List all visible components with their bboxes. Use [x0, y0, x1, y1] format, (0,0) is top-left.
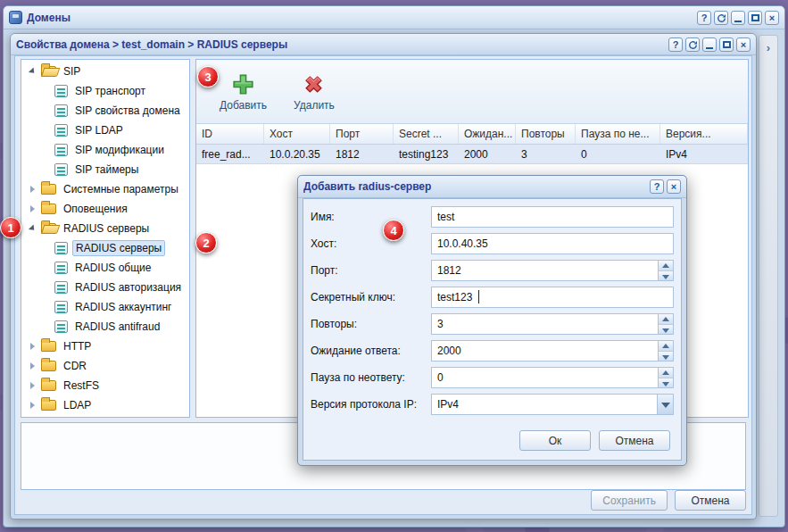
domain-properties-titlebar[interactable]: Свойства домена > test_domain > RADIUS с…	[11, 34, 756, 55]
tree-item-label: RADIUS авторизация	[72, 280, 184, 295]
tree-item[interactable]: RADIUS общие	[21, 258, 189, 278]
expander-icon[interactable]	[27, 337, 40, 356]
column-header[interactable]: Повторы	[516, 124, 576, 144]
annotation-2: 2	[195, 232, 217, 254]
maximize-icon[interactable]	[719, 37, 734, 52]
response-timeout-input[interactable]	[431, 340, 674, 362]
column-header[interactable]: Пауза по не...	[576, 124, 660, 144]
dialog-cancel-button[interactable]: Отмена	[599, 430, 670, 451]
expand-panel-icon[interactable]: ›	[762, 41, 775, 55]
tree-item-radius-folder[interactable]: RADIUS серверы	[21, 219, 189, 238]
tree-item[interactable]: RADIUS antifraud	[21, 317, 189, 337]
dialog-titlebar[interactable]: Добавить radius-сервер ? ×	[298, 176, 686, 198]
expander-icon[interactable]	[27, 356, 40, 376]
tree-item-label-selected: RADIUS серверы	[72, 240, 165, 256]
ip-version-select[interactable]	[431, 394, 674, 415]
secret-key-field	[431, 287, 674, 308]
east-collapsed-panel: ›	[759, 35, 778, 517]
save-button[interactable]: Сохранить	[591, 490, 668, 511]
spinner-down-icon[interactable]	[659, 271, 673, 281]
cell-host: 10.0.20.35	[264, 145, 330, 163]
tree-item[interactable]: SIP таймеры	[21, 160, 189, 179]
field-label: Версия протокола IP:	[311, 398, 431, 411]
help-icon[interactable]: ?	[668, 37, 683, 52]
tree-item-label: RADIUS antifraud	[72, 320, 162, 334]
retries-input[interactable]	[431, 313, 674, 335]
host-input[interactable]	[431, 233, 674, 254]
spinner-up-icon[interactable]	[659, 368, 673, 378]
tree-item-restfs[interactable]: RestFS	[21, 376, 189, 395]
refresh-icon[interactable]	[685, 37, 700, 52]
tree-item-cdr[interactable]: CDR	[21, 356, 189, 376]
tree-item-http[interactable]: HTTP	[21, 337, 189, 356]
footer-cancel-button[interactable]: Отмена	[675, 490, 746, 511]
expander-icon[interactable]	[27, 199, 40, 219]
table-row[interactable]: free_rad... 10.0.20.35 1812 testing123 2…	[196, 145, 748, 164]
add-button-label: Добавить	[220, 99, 267, 112]
tree-item-label: RADIUS серверы	[61, 221, 152, 236]
expander-icon[interactable]	[27, 395, 40, 415]
tree-item-label: SIP свойства домена	[72, 104, 183, 118]
delete-button[interactable]: Удалить	[285, 67, 344, 117]
tree-item[interactable]: SIP свойства домена	[21, 101, 189, 121]
help-icon[interactable]: ?	[697, 11, 711, 25]
add-button[interactable]: Добавить	[211, 67, 276, 117]
spinner-up-icon[interactable]	[659, 341, 673, 352]
column-header[interactable]: Версия...	[660, 124, 748, 144]
grid-header: ID Хост Порт Secret ... Ожидан... Повтор…	[196, 124, 748, 145]
tree-item[interactable]: RADIUS аккаунтинг	[21, 297, 189, 317]
refresh-icon[interactable]	[714, 11, 728, 25]
form-icon	[54, 262, 68, 274]
folder-icon	[41, 204, 56, 214]
cell-pause: 0	[576, 145, 660, 163]
tree-item-system-params[interactable]: Системные параметры	[21, 179, 189, 199]
tree-item-radius-servers[interactable]: RADIUS серверы	[21, 238, 189, 258]
no-response-pause-input[interactable]	[431, 367, 674, 388]
tree-item-notifications[interactable]: Оповещения	[21, 199, 189, 219]
close-icon[interactable]: ×	[765, 11, 779, 25]
expander-icon[interactable]	[27, 62, 40, 81]
minimize-icon[interactable]	[702, 37, 717, 52]
name-input[interactable]	[431, 206, 674, 228]
column-header[interactable]: Порт	[330, 124, 394, 144]
close-icon[interactable]: ×	[667, 179, 681, 194]
tree-item-label: CDR	[61, 359, 89, 373]
form-icon	[54, 242, 68, 254]
column-header[interactable]: ID	[196, 124, 264, 144]
column-header[interactable]: Хост	[264, 124, 330, 144]
close-icon[interactable]: ×	[736, 37, 751, 52]
help-icon[interactable]: ?	[650, 179, 664, 194]
secret-key-input[interactable]	[431, 287, 674, 308]
tree-item-ldap[interactable]: LDAP	[21, 395, 189, 415]
spinner-up-icon[interactable]	[659, 314, 673, 325]
maximize-icon[interactable]	[748, 11, 762, 25]
spinner-down-icon[interactable]	[659, 352, 673, 362]
port-field	[431, 260, 674, 281]
tree-item[interactable]: RADIUS авторизация	[21, 278, 189, 297]
column-header[interactable]: Secret ...	[394, 124, 459, 144]
port-input[interactable]	[431, 260, 674, 281]
field-label: Пауза по неответу:	[311, 371, 431, 384]
folder-icon	[41, 400, 56, 411]
chevron-down-icon[interactable]	[657, 395, 673, 414]
folder-icon	[41, 223, 56, 234]
dialog-body: Имя: Хост: Порт: Секретный ключ:	[303, 198, 682, 461]
form-row: Хост:	[311, 233, 674, 254]
column-header[interactable]: Ожидан...	[459, 124, 516, 144]
minimize-icon[interactable]	[731, 11, 745, 25]
ok-button[interactable]: Ок	[519, 430, 591, 451]
tree-item[interactable]: SIP модификации	[21, 140, 189, 160]
tree-item[interactable]: SIP LDAP	[21, 121, 189, 140]
tree-item-sip[interactable]: SIP	[21, 62, 189, 81]
expander-icon[interactable]	[27, 219, 40, 238]
tree-item-label: SIP транспорт	[72, 84, 148, 98]
tree-item-label: SIP модификации	[72, 143, 167, 157]
tree-item[interactable]: SIP транспорт	[21, 81, 189, 101]
delete-button-label: Удалить	[294, 99, 335, 112]
spinner-down-icon[interactable]	[659, 378, 673, 388]
spinner-down-icon[interactable]	[659, 325, 673, 335]
expander-icon[interactable]	[27, 376, 40, 395]
domains-titlebar[interactable]: Домены ? ×	[4, 6, 784, 29]
expander-icon[interactable]	[27, 179, 40, 199]
spinner-up-icon[interactable]	[659, 261, 673, 271]
